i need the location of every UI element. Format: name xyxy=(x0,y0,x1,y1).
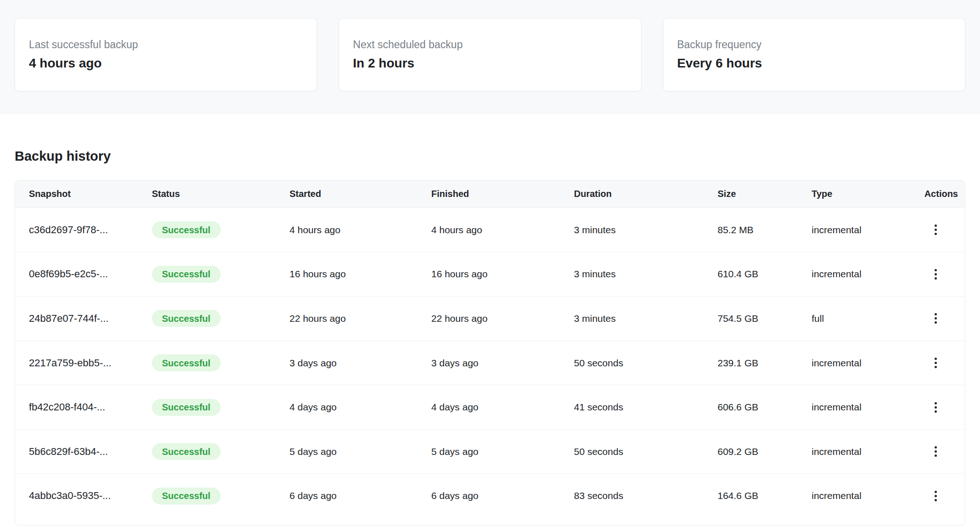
status-badge: Successful xyxy=(152,488,221,505)
column-header-size: Size xyxy=(718,189,812,199)
snapshot-cell: 4abbc3a0-5935-... xyxy=(15,490,148,502)
backup-history-section: Backup history Snapshot Status Started F… xyxy=(0,148,980,526)
actions-cell xyxy=(906,308,965,329)
status-badge: Successful xyxy=(152,399,221,416)
actions-cell xyxy=(906,442,965,462)
kebab-menu-icon xyxy=(935,313,937,324)
type-cell: full xyxy=(812,313,906,324)
row-actions-kebab-button[interactable] xyxy=(925,353,946,373)
status-cell: Successful xyxy=(148,399,290,416)
snapshot-cell: 2217a759-ebb5-... xyxy=(15,357,148,369)
stat-value: In 2 hours xyxy=(353,56,627,71)
actions-cell xyxy=(906,486,965,506)
finished-cell: 16 hours ago xyxy=(431,269,574,280)
size-cell: 239.1 GB xyxy=(718,358,812,369)
row-actions-kebab-button[interactable] xyxy=(925,397,946,417)
table-row: 2217a759-ebb5-... Successful 3 days ago … xyxy=(15,341,965,386)
size-cell: 610.4 GB xyxy=(718,269,812,280)
backup-history-table: Snapshot Status Started Finished Duratio… xyxy=(15,180,965,526)
type-cell: incremental xyxy=(812,402,906,413)
column-header-duration: Duration xyxy=(574,189,718,199)
column-header-type: Type xyxy=(812,189,906,199)
finished-cell: 22 hours ago xyxy=(431,313,574,324)
type-cell: incremental xyxy=(812,269,906,280)
column-header-finished: Finished xyxy=(431,189,574,199)
table-row: 24b87e07-744f-... Successful 22 hours ag… xyxy=(15,297,965,341)
column-header-status: Status xyxy=(148,189,290,199)
table-body: c36d2697-9f78-... Successful 4 hours ago… xyxy=(15,208,965,525)
column-header-actions: Actions xyxy=(906,189,965,199)
row-actions-kebab-button[interactable] xyxy=(925,220,946,240)
status-cell: Successful xyxy=(148,221,290,238)
kebab-menu-icon xyxy=(935,491,937,501)
size-cell: 609.2 GB xyxy=(718,446,812,457)
type-cell: incremental xyxy=(812,224,906,235)
status-cell: Successful xyxy=(148,354,290,371)
kebab-menu-icon xyxy=(935,358,937,368)
actions-cell xyxy=(906,397,965,417)
duration-cell: 50 seconds xyxy=(574,358,718,369)
size-cell: 606.6 GB xyxy=(718,402,812,413)
table-header-row: Snapshot Status Started Finished Duratio… xyxy=(15,180,965,208)
stat-value: 4 hours ago xyxy=(29,56,303,71)
stat-label: Last successful backup xyxy=(29,39,303,51)
actions-cell xyxy=(906,353,965,373)
row-actions-kebab-button[interactable] xyxy=(925,264,946,284)
snapshot-cell: 0e8f69b5-e2c5-... xyxy=(15,268,148,280)
type-cell: incremental xyxy=(812,446,906,457)
duration-cell: 3 minutes xyxy=(574,313,718,324)
column-header-snapshot: Snapshot xyxy=(15,189,148,199)
duration-cell: 83 seconds xyxy=(574,490,718,501)
finished-cell: 4 days ago xyxy=(431,402,574,413)
size-cell: 164.6 GB xyxy=(718,490,812,501)
snapshot-cell: 24b87e07-744f-... xyxy=(15,313,148,325)
started-cell: 4 days ago xyxy=(290,402,431,413)
status-badge: Successful xyxy=(152,266,221,283)
type-cell: incremental xyxy=(812,490,906,501)
status-cell: Successful xyxy=(148,488,290,505)
kebab-menu-icon xyxy=(935,402,937,413)
started-cell: 4 hours ago xyxy=(290,224,431,235)
kebab-menu-icon xyxy=(935,446,937,457)
started-cell: 5 days ago xyxy=(290,446,431,457)
table-row: 5b6c829f-63b4-... Successful 5 days ago … xyxy=(15,430,965,474)
table-row: 4abbc3a0-5935-... Successful 6 days ago … xyxy=(15,474,965,518)
started-cell: 3 days ago xyxy=(290,358,431,369)
snapshot-cell: c36d2697-9f78-... xyxy=(15,224,148,236)
status-cell: Successful xyxy=(148,443,290,460)
stat-label: Next scheduled backup xyxy=(353,39,627,51)
actions-cell xyxy=(906,220,965,240)
status-badge: Successful xyxy=(152,310,221,327)
kebab-menu-icon xyxy=(935,224,937,235)
status-badge: Successful xyxy=(152,443,221,460)
duration-cell: 50 seconds xyxy=(574,446,718,457)
stat-label: Backup frequency xyxy=(677,39,951,51)
backup-dashboard-page: Last successful backup 4 hours ago Next … xyxy=(0,0,980,527)
row-actions-kebab-button[interactable] xyxy=(925,308,946,329)
size-cell: 754.5 GB xyxy=(718,313,812,324)
column-header-started: Started xyxy=(290,189,431,199)
backup-history-title: Backup history xyxy=(15,148,965,164)
stat-value: Every 6 hours xyxy=(677,56,951,71)
finished-cell: 5 days ago xyxy=(431,446,574,457)
stat-card-backup-frequency: Backup frequency Every 6 hours xyxy=(663,18,965,91)
started-cell: 22 hours ago xyxy=(290,313,431,324)
duration-cell: 41 seconds xyxy=(574,402,718,413)
table-row: fb42c208-f404-... Successful 4 days ago … xyxy=(15,385,965,430)
finished-cell: 6 days ago xyxy=(431,490,574,501)
duration-cell: 3 minutes xyxy=(574,269,718,280)
started-cell: 16 hours ago xyxy=(290,269,431,280)
row-actions-kebab-button[interactable] xyxy=(925,442,946,462)
actions-cell xyxy=(906,264,965,284)
snapshot-cell: 5b6c829f-63b4-... xyxy=(15,446,148,458)
stat-card-last-backup: Last successful backup 4 hours ago xyxy=(15,18,317,91)
status-cell: Successful xyxy=(148,310,290,327)
snapshot-cell: fb42c208-f404-... xyxy=(15,401,148,413)
stat-card-next-backup: Next scheduled backup In 2 hours xyxy=(339,18,641,91)
status-badge: Successful xyxy=(152,221,221,238)
table-row: 0e8f69b5-e2c5-... Successful 16 hours ag… xyxy=(15,252,965,297)
started-cell: 6 days ago xyxy=(290,490,431,501)
table-row: c36d2697-9f78-... Successful 4 hours ago… xyxy=(15,208,965,252)
status-badge: Successful xyxy=(152,354,221,371)
row-actions-kebab-button[interactable] xyxy=(925,486,946,506)
